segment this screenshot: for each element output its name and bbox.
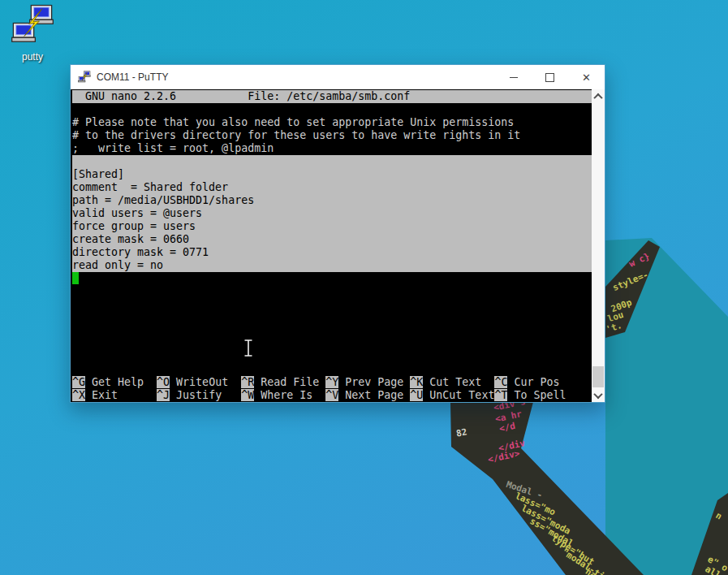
terminal-selected-row: path = /media/USBHDD1/shares [72,194,592,207]
nano-shortcut-label: Cut Text [423,376,494,388]
nano-shortcut-label: UnCut Text [423,389,494,401]
nano-shortcut-label: WriteOut [170,376,241,388]
nano-shortcut-key: ^X [72,389,85,401]
wallpaper-code-text: </div> [487,448,521,465]
scrollbar-thumb[interactable] [592,366,604,387]
terminal-row [72,363,592,376]
terminal-cursor-row [72,272,592,285]
terminal-selected-row: [Shared] [72,168,592,181]
terminal-row: # to the drivers directory for these use… [72,129,592,142]
nano-shortcut-row: ^X Exit ^J Justify ^W Where Is ^V Next P… [72,389,592,402]
window-putty-icon [78,71,91,84]
terminal-row [72,324,592,337]
wallpaper-code-text: 82 [455,426,468,439]
terminal-selected-row: comment = Shared folder [72,181,592,194]
nano-shortcut-label: Cur Pos [507,376,559,388]
terminal-row [72,103,592,116]
wallpaper-code-text: lass="moda [519,503,572,537]
nano-shortcut-label: Prev Page [338,376,410,388]
window-titlebar[interactable]: COM11 - PuTTY ✕ [71,65,605,89]
nano-shortcut-key: ^K [410,376,423,388]
putty-window: COM11 - PuTTY ✕ GNU nano 2.2.6 File: /et… [70,64,605,403]
nano-shortcut-key: ^U [410,389,423,401]
terminal-selected-row [72,155,592,168]
nano-shortcut-label: Get Help [85,376,157,388]
wallpaper-code-text: </div [498,438,526,454]
nano-shortcut-row: ^G Get Help ^O WriteOut ^R Read File ^Y … [72,376,592,389]
nano-shortcut-label: Next Page [338,389,410,401]
wallpaper-code-text: e" o [706,554,728,574]
wallpaper-code-text: type="but [549,533,596,568]
desktop-icon-putty[interactable]: putty [6,3,58,63]
close-icon: ✕ [582,72,591,83]
wallpaper-code-text: had 0 [584,566,612,575]
terminal-row [72,350,592,363]
minimize-button[interactable] [495,65,532,89]
terminal-row [72,337,592,350]
terminal-selected-row: read only = no [72,259,592,272]
window-title: COM11 - PuTTY [97,71,168,83]
terminal-row: ; write list = root, @lpadmin [72,142,592,155]
scrollbar-up-button[interactable] [592,89,605,103]
nano-shortcut-label: Justify [170,389,241,401]
nano-shortcut-key: ^G [72,376,85,388]
chevron-down-icon [593,389,602,398]
putty-icon [11,3,54,47]
wallpaper-code-text: 't. [605,320,623,335]
wallpaper-code-text: lou [606,309,625,325]
maximize-icon [545,73,554,82]
minimize-icon [510,77,518,78]
wallpaper-code-text: style=- [611,270,650,293]
terminal-selected-row: directory mask = 0771 [72,246,592,259]
nano-shortcut-key: ^J [157,389,170,401]
nano-shortcut-key: ^Y [325,376,338,388]
nano-shortcut-key: ^T [494,389,507,401]
chevron-up-icon [593,93,602,102]
nano-shortcut-key: ^O [157,376,170,388]
maximize-button[interactable] [532,65,568,89]
terminal-selected-row: valid users = @users [72,207,592,220]
scrollbar-down-button[interactable] [592,388,605,402]
wallpaper-code-text: n [714,510,724,522]
nano-shortcut-key: ^V [325,389,338,401]
nano-titlebar: GNU nano 2.2.6 File: /etc/samba/smb.conf [72,90,592,103]
wallpaper-code-text: allab [704,564,728,575]
wallpaper-code-text: <a hr [494,409,523,425]
terminal-row: # Please note that you also need to set … [72,116,592,129]
terminal-row [72,285,592,298]
wallpaper-code-text: w c} [627,251,652,270]
nano-shortcut-key: ^C [494,376,507,388]
terminal-selected-row: force group = users [72,220,592,233]
nano-shortcut-label: Exit [85,389,157,401]
wallpaper-code-text: Modal - [505,479,544,501]
wallpaper-code-text: lass="mo [514,491,558,517]
terminal-screen[interactable]: GNU nano 2.2.6 File: /etc/samba/smb.conf… [71,89,592,402]
wallpaper-code-text: 200p [610,297,633,314]
nano-shortcut-label: Where Is [254,389,325,401]
nano-shortcut-label: To Spell [507,389,566,401]
desktop-icon-label: putty [6,51,58,63]
terminal-selected-row: create mask = 0660 [72,233,592,246]
wallpaper-code-text: ss="modal [528,516,575,549]
nano-shortcut-key: ^R [241,376,254,388]
terminal-scrollbar[interactable] [592,89,605,402]
wallpaper-code-text: </d [498,421,516,434]
close-button[interactable]: ✕ [568,65,605,89]
nano-shortcut-label: Read File [254,376,325,388]
terminal-cursor [72,272,79,284]
terminal-row [72,298,592,311]
wallpaper-code-text: "modal-tit [560,547,611,575]
nano-shortcut-key: ^W [241,389,254,401]
terminal-row [72,311,592,324]
